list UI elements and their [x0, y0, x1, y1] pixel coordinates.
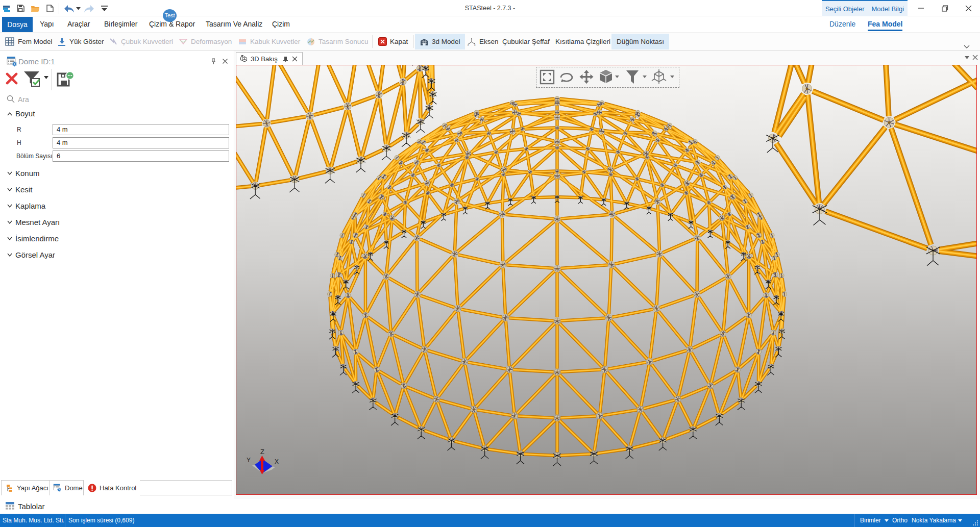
- svg-text:Y: Y: [247, 457, 251, 464]
- svg-text:x: x: [474, 43, 476, 46]
- svg-text:Z: Z: [260, 448, 264, 456]
- svg-text:X: X: [275, 458, 279, 465]
